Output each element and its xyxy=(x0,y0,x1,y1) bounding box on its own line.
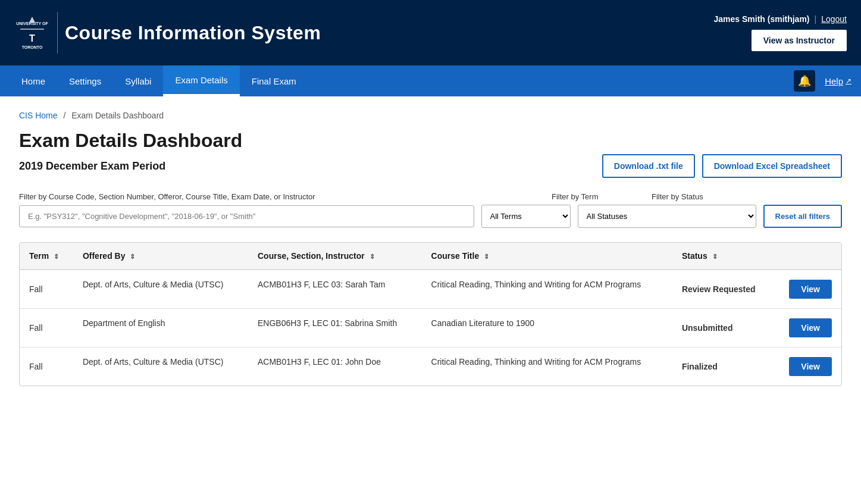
logo-area: UNIVERSITY OF T TORONTO Course Informati… xyxy=(14,12,321,54)
sort-icon-status: ⇕ xyxy=(712,253,718,260)
page-title: Exam Details Dashboard xyxy=(19,130,842,152)
sort-icon-term: ⇕ xyxy=(54,253,59,260)
col-course-section[interactable]: Course, Section, Instructor ⇕ xyxy=(248,243,422,270)
logout-link[interactable]: Logout xyxy=(821,14,847,24)
col-actions xyxy=(774,243,841,270)
row-3-status: Finalized xyxy=(672,348,774,386)
svg-rect-3 xyxy=(20,29,44,30)
table-header: Term ⇕ Offered By ⇕ Course, Section, Ins… xyxy=(20,243,841,270)
table-row: Fall Dept. of Arts, Culture & Media (UTS… xyxy=(20,270,841,309)
help-label: Help xyxy=(825,76,843,86)
table-container: Term ⇕ Offered By ⇕ Course, Section, Ins… xyxy=(19,242,842,386)
download-buttons: Download .txt file Download Excel Spread… xyxy=(602,154,842,178)
sort-icon-course-title: ⇕ xyxy=(484,253,489,260)
row-3-term: Fall xyxy=(20,348,73,386)
page-subtitle: 2019 December Exam Period xyxy=(19,160,165,173)
col-offered-by[interactable]: Offered By ⇕ xyxy=(73,243,248,270)
row-2-course-title: Canadian Literature to 1900 xyxy=(422,309,672,348)
subtitle-row: 2019 December Exam Period Download .txt … xyxy=(19,154,842,178)
filter-inputs-row: All Terms Fall 2019 Winter 2019 Summer 2… xyxy=(19,205,842,228)
nav-items: Home Settings Syllabi Exam Details Final… xyxy=(10,65,308,96)
filter-term-select[interactable]: All Terms Fall 2019 Winter 2019 Summer 2… xyxy=(481,205,571,228)
external-link-icon: ↗ xyxy=(846,77,851,85)
nav-bar: Home Settings Syllabi Exam Details Final… xyxy=(0,65,861,96)
header-divider xyxy=(57,12,58,54)
user-name: James Smith (smithjam) xyxy=(713,14,809,24)
breadcrumb-home-link[interactable]: CIS Home xyxy=(19,111,58,120)
row-1-term: Fall xyxy=(20,270,73,309)
filter-status-select[interactable]: All Statuses Finalized Unsubmitted Revie… xyxy=(578,205,756,228)
exam-details-table: Term ⇕ Offered By ⇕ Course, Section, Ins… xyxy=(20,243,841,386)
row-3-course-title: Critical Reading, Thinking and Writing f… xyxy=(422,348,672,386)
help-link[interactable]: Help ↗ xyxy=(825,76,851,86)
filter-labels-row: Filter by Course Code, Section Number, O… xyxy=(19,192,842,201)
row-2-status: Unsubmitted xyxy=(672,309,774,348)
sort-icon-offered-by: ⇕ xyxy=(130,253,135,260)
row-1-course-section: ACMB01H3 F, LEC 03: Sarah Tam xyxy=(248,270,422,309)
col-term[interactable]: Term ⇕ xyxy=(20,243,73,270)
filter-section: Filter by Course Code, Section Number, O… xyxy=(19,192,842,228)
row-3-view-button[interactable]: View xyxy=(789,357,832,376)
row-3-course-section: ACMB01H3 F, LEC 01: John Doe xyxy=(248,348,422,386)
reset-filters-button[interactable]: Reset all filters xyxy=(763,205,843,228)
row-1-view-button[interactable]: View xyxy=(789,280,832,299)
breadcrumb-current: Exam Details Dashboard xyxy=(71,111,164,120)
notifications-button[interactable]: 🔔 xyxy=(794,70,815,92)
download-excel-button[interactable]: Download Excel Spreadsheet xyxy=(702,154,842,178)
filter-status-label: Filter by Status xyxy=(652,192,842,201)
svg-text:T: T xyxy=(29,33,35,43)
view-instructor-button[interactable]: View as Instructor xyxy=(752,30,847,51)
nav-right: 🔔 Help ↗ xyxy=(794,70,851,92)
col-status[interactable]: Status ⇕ xyxy=(672,243,774,270)
filter-term-label: Filter by Term xyxy=(552,192,647,201)
nav-item-home[interactable]: Home xyxy=(10,65,57,96)
row-3-offered-by: Dept. of Arts, Culture & Media (UTSC) xyxy=(73,348,248,386)
user-bar: James Smith (smithjam) | Logout xyxy=(713,14,847,24)
header-left: UNIVERSITY OF T TORONTO Course Informati… xyxy=(14,12,321,54)
row-3-actions: View xyxy=(774,348,841,386)
table-body: Fall Dept. of Arts, Culture & Media (UTS… xyxy=(20,270,841,386)
table-row: Fall Department of English ENGB06H3 F, L… xyxy=(20,309,841,348)
download-txt-button[interactable]: Download .txt file xyxy=(602,154,695,178)
row-1-actions: View xyxy=(774,270,841,309)
top-header: UNIVERSITY OF T TORONTO Course Informati… xyxy=(0,0,861,65)
row-1-offered-by: Dept. of Arts, Culture & Media (UTSC) xyxy=(73,270,248,309)
nav-item-exam-details[interactable]: Exam Details xyxy=(163,65,239,96)
breadcrumb: CIS Home / Exam Details Dashboard xyxy=(19,111,842,120)
app-title: Course Information System xyxy=(65,22,321,44)
svg-text:TORONTO: TORONTO xyxy=(22,45,43,49)
header-right: James Smith (smithjam) | Logout View as … xyxy=(713,14,847,51)
breadcrumb-separator: / xyxy=(63,111,65,120)
row-1-course-title: Critical Reading, Thinking and Writing f… xyxy=(422,270,672,309)
uoft-crest-icon: UNIVERSITY OF T TORONTO xyxy=(14,12,50,54)
row-2-offered-by: Department of English xyxy=(73,309,248,348)
row-2-term: Fall xyxy=(20,309,73,348)
row-1-status: Review Requested xyxy=(672,270,774,309)
pipe-divider: | xyxy=(815,14,817,24)
filter-main-label: Filter by Course Code, Section Number, O… xyxy=(19,192,552,201)
filter-text-input[interactable] xyxy=(19,205,474,227)
row-2-view-button[interactable]: View xyxy=(789,318,832,337)
row-2-actions: View xyxy=(774,309,841,348)
table-row: Fall Dept. of Arts, Culture & Media (UTS… xyxy=(20,348,841,386)
nav-item-settings[interactable]: Settings xyxy=(57,65,113,96)
nav-item-syllabi[interactable]: Syllabi xyxy=(113,65,163,96)
main-content: CIS Home / Exam Details Dashboard Exam D… xyxy=(0,96,861,400)
sort-icon-course-section: ⇕ xyxy=(370,253,375,260)
col-course-title[interactable]: Course Title ⇕ xyxy=(422,243,672,270)
nav-item-final-exam[interactable]: Final Exam xyxy=(240,65,308,96)
row-2-course-section: ENGB06H3 F, LEC 01: Sabrina Smith xyxy=(248,309,422,348)
